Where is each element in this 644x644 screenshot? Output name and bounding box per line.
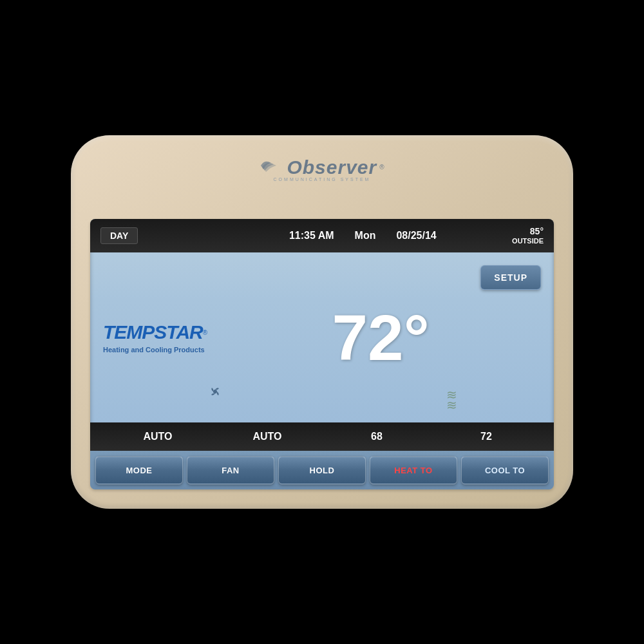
- heat-icon: ≋ ≋: [446, 390, 457, 410]
- fan-status: AUTO: [213, 431, 322, 442]
- current-day: Mon: [355, 230, 376, 242]
- cool-setpoint: 72: [431, 431, 541, 442]
- brand-registered: ®: [379, 164, 384, 171]
- logo-wing-icon: [260, 158, 283, 176]
- setup-button[interactable]: SETUP: [480, 265, 541, 290]
- tempstar-name: TEMPSTAR: [103, 321, 203, 343]
- current-temperature: 72°: [332, 305, 429, 370]
- hold-button[interactable]: HOLD: [278, 456, 366, 484]
- heat-setpoint: 68: [322, 431, 431, 442]
- brand-subtitle: COMMUNICATING SYSTEM: [274, 177, 371, 182]
- cool-to-button[interactable]: COOL TO: [461, 456, 549, 484]
- tempstar-brand: TEMPSTAR ® Heating and Cooling Products: [103, 321, 207, 354]
- tempstar-tagline: Heating and Cooling Products: [103, 346, 205, 354]
- fan-icon: [206, 383, 224, 404]
- mode-status: AUTO: [103, 431, 213, 442]
- outside-temp: 85° OUTSIDE: [512, 226, 544, 245]
- thermostat-body: Observer ® COMMUNICATING SYSTEM DAY 11:3…: [71, 135, 573, 509]
- current-time: 11:35 AM: [289, 230, 334, 242]
- mode-button[interactable]: MODE: [95, 456, 183, 484]
- brand-name: Observer: [287, 156, 377, 178]
- current-date: 08/25/14: [396, 230, 436, 242]
- day-mode-badge: DAY: [100, 227, 138, 244]
- tempstar-registered: ®: [203, 329, 207, 336]
- main-display: TEMPSTAR ® Heating and Cooling Products …: [90, 252, 554, 422]
- control-buttons: MODE FAN HOLD HEAT TO COOL TO: [90, 451, 554, 489]
- info-bar: AUTO AUTO 68 72: [90, 422, 554, 451]
- tempstar-logo: TEMPSTAR ®: [103, 321, 207, 343]
- brand-header: Observer ® COMMUNICATING SYSTEM: [260, 155, 384, 183]
- status-bar: DAY 11:35 AM Mon 08/25/14 85° OUTSIDE: [90, 219, 554, 252]
- observer-logo: Observer ®: [260, 156, 384, 178]
- svg-point-0: [213, 390, 217, 393]
- fan-button[interactable]: FAN: [187, 456, 274, 484]
- thermostat-screen: DAY 11:35 AM Mon 08/25/14 85° OUTSIDE TE…: [90, 219, 554, 489]
- heat-to-button[interactable]: HEAT TO: [370, 456, 457, 484]
